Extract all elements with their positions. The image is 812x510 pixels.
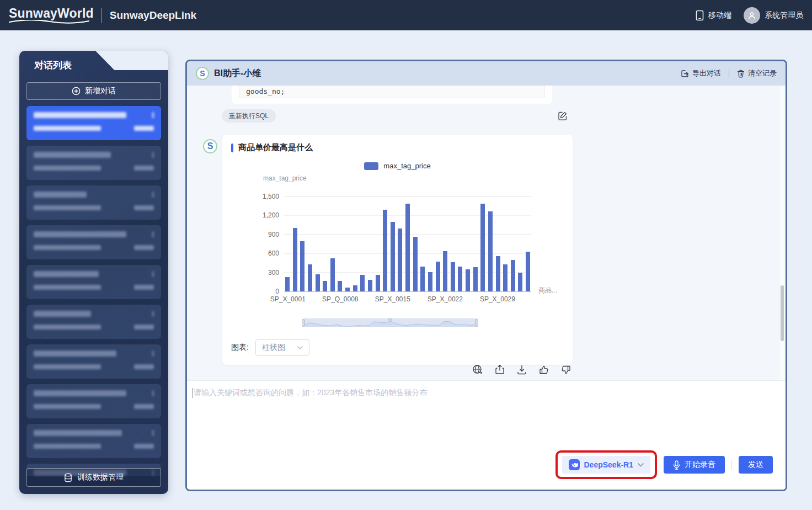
bar[interactable]	[473, 267, 478, 291]
chart-type-select[interactable]: 柱状图	[255, 339, 309, 356]
new-conversation-button[interactable]: 新增对话	[26, 82, 161, 100]
thumbs-down-button[interactable]	[561, 365, 571, 375]
bar[interactable]	[300, 241, 304, 291]
avatar	[744, 7, 760, 24]
export-icon	[681, 70, 689, 78]
bar[interactable]	[436, 262, 440, 291]
chart-type-value: 柱状图	[262, 343, 285, 353]
bar[interactable]	[368, 280, 372, 291]
conversation-item[interactable]	[26, 424, 161, 458]
bar[interactable]	[293, 228, 297, 291]
thumbs-up-button[interactable]	[539, 365, 549, 375]
bar[interactable]	[316, 274, 320, 291]
share-icon	[495, 364, 505, 375]
bar[interactable]	[466, 269, 470, 291]
bar[interactable]	[480, 204, 485, 291]
share-button[interactable]	[495, 364, 505, 375]
export-conversation-button[interactable]: 导出对话	[681, 68, 721, 78]
bar[interactable]	[285, 277, 290, 291]
datazoom-grip[interactable]	[388, 318, 392, 321]
trash-icon	[737, 70, 745, 78]
chat-scroll-area[interactable]: goods_no; 重新执行SQL S 商品单价最高是什么 max_t	[187, 86, 786, 380]
bar[interactable]	[376, 275, 380, 291]
bar[interactable]	[458, 267, 462, 291]
topbar: SunwayWorld SunwayDeepLink 移动端 系统管理员	[0, 0, 812, 30]
datazoom-handle-right[interactable]	[475, 319, 478, 327]
download-button[interactable]	[517, 365, 527, 375]
send-button[interactable]: 发送	[739, 456, 773, 474]
clear-records-label: 清空记录	[748, 68, 777, 78]
bar[interactable]	[488, 211, 493, 291]
conversation-item[interactable]	[26, 225, 161, 259]
bar[interactable]	[428, 272, 432, 291]
conversation-item[interactable]	[26, 146, 161, 180]
bar[interactable]	[338, 281, 342, 291]
controls-divider	[731, 460, 732, 469]
bar[interactable]	[345, 288, 350, 291]
rerun-sql-button[interactable]: 重新执行SQL	[222, 109, 276, 123]
bar[interactable]	[353, 285, 357, 291]
conversation-item[interactable]	[26, 185, 161, 220]
header-divider	[729, 70, 729, 78]
bar[interactable]	[518, 273, 522, 291]
bar[interactable]	[405, 204, 410, 291]
chart-legend[interactable]: max_tag_price	[231, 162, 564, 170]
legend-label: max_tag_price	[383, 162, 430, 170]
bar[interactable]	[511, 260, 515, 291]
bar[interactable]	[451, 262, 455, 291]
bar[interactable]	[323, 281, 327, 291]
conversation-item[interactable]	[26, 384, 161, 418]
chat-header: S BI助手-小维 导出对话 清空记录	[187, 61, 786, 86]
scrollbar-thumb[interactable]	[781, 285, 784, 341]
y-tick-label: 1,500	[263, 193, 279, 200]
phone-icon	[696, 10, 704, 21]
bar[interactable]	[383, 210, 387, 291]
x-axis-name: 商品...	[538, 286, 557, 295]
clear-records-button[interactable]: 清空记录	[737, 68, 777, 78]
conversation-item[interactable]	[26, 305, 161, 339]
account-menu[interactable]: 系统管理员	[744, 7, 803, 24]
sql-code-line: goods_no;	[239, 86, 545, 98]
mobile-label: 移动端	[708, 10, 731, 20]
y-tick-label: 0	[275, 288, 279, 295]
message-input[interactable]: 请输入关键词或想咨询的问题，如：2023年各销售市场的销售额分布	[192, 388, 427, 398]
legend-swatch	[364, 162, 378, 170]
datazoom-slider[interactable]	[303, 318, 477, 327]
thumbs-up-icon	[539, 365, 549, 375]
start-recording-button[interactable]: 开始录音	[664, 456, 725, 474]
app-title: SunwayDeepLink	[110, 9, 196, 22]
datazoom-handle-left[interactable]	[302, 319, 305, 327]
bar[interactable]	[420, 267, 425, 291]
bar[interactable]	[503, 264, 507, 291]
training-data-button[interactable]: 训练数据管理	[26, 468, 161, 487]
bar[interactable]	[496, 256, 500, 291]
bar[interactable]	[413, 237, 418, 291]
export-label: 导出对话	[692, 68, 721, 78]
y-tick-label: 300	[268, 269, 279, 277]
conversation-item[interactable]	[26, 265, 161, 299]
bar[interactable]	[398, 229, 402, 291]
bar[interactable]	[360, 275, 365, 291]
scrollbar-track[interactable]	[780, 86, 785, 380]
bar[interactable]	[526, 252, 530, 291]
conversation-item[interactable]	[26, 106, 161, 140]
bar-series	[284, 196, 531, 291]
assistant-name: BI助手-小维	[214, 68, 261, 79]
bar[interactable]	[308, 264, 312, 291]
translate-button[interactable]	[472, 364, 483, 375]
assistant-avatar-letter: S	[207, 141, 213, 151]
mobile-link[interactable]: 移动端	[696, 10, 731, 21]
bar[interactable]	[391, 222, 395, 291]
conversation-item[interactable]	[26, 344, 161, 379]
edit-sql-button[interactable]	[558, 111, 568, 121]
x-axis-labels: SP_X_0001SP_Q_0008SP_X_0015SP_X_0022SP_X…	[284, 291, 531, 302]
bar[interactable]	[330, 258, 335, 291]
model-select[interactable]: DeepSeek-R1	[562, 456, 651, 474]
admin-label: 系统管理员	[765, 10, 803, 20]
assistant-logo: S	[196, 67, 209, 80]
sidebar: 对话列表 新增对话 训练数据管理	[19, 51, 168, 494]
deepseek-logo-icon	[569, 459, 580, 470]
new-conversation-label: 新增对话	[85, 86, 116, 96]
assistant-logo-letter: S	[200, 69, 205, 78]
bar[interactable]	[443, 251, 447, 291]
